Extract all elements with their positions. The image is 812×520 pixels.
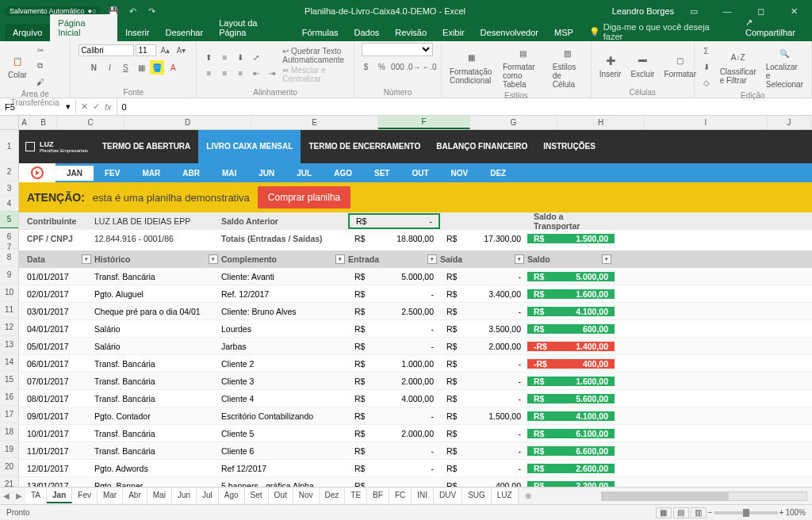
comma-icon[interactable]: 000 xyxy=(390,59,404,74)
col-header-H[interactable]: H xyxy=(557,116,645,129)
sheet-tab-jul[interactable]: Jul xyxy=(197,488,219,503)
row-header-5[interactable]: 5 xyxy=(0,211,18,228)
italic-icon[interactable]: I xyxy=(102,60,117,75)
selected-cell-f5[interactable]: R$- xyxy=(348,213,440,229)
sheet-tab-mar[interactable]: Mar xyxy=(98,488,123,503)
sheet-tab-luz[interactable]: LUZ xyxy=(492,488,519,503)
table-row[interactable]: 13/01/2017Pgto. Banner5 banners - gráfic… xyxy=(19,477,812,487)
month-dez[interactable]: DEZ xyxy=(479,169,517,178)
tab-home[interactable]: Página Inicial xyxy=(50,14,117,41)
tab-view[interactable]: Exibir xyxy=(435,24,473,41)
sheet-content[interactable]: LUZPlanilhas Empresariais TERMO DE ABERT… xyxy=(19,130,812,487)
sheet-tab-out[interactable]: Out xyxy=(269,488,293,503)
sheet-tab-bf[interactable]: BF xyxy=(367,488,389,503)
table-row[interactable]: 09/01/2017Pgto. ContadorEscritório Conta… xyxy=(19,407,812,425)
table-row[interactable]: 04/01/2017SalárioLourdesR$-R$3.500,00R$6… xyxy=(19,320,812,338)
cond-format-button[interactable]: ▦Formatação Condicional xyxy=(446,48,496,86)
month-set[interactable]: SET xyxy=(363,169,400,178)
find-select-button[interactable]: 🔍Localizar e Selecionar xyxy=(763,43,806,90)
filter-icon[interactable]: ▾ xyxy=(82,254,91,264)
col-header-D[interactable]: D xyxy=(124,116,251,129)
filter-icon[interactable]: ▾ xyxy=(515,254,524,264)
zoom-level[interactable]: 100% xyxy=(785,508,806,517)
row-header-10[interactable]: 10 xyxy=(0,284,18,301)
increase-indent-icon[interactable]: ⇥ xyxy=(265,66,279,80)
tab-layout[interactable]: Layout da Página xyxy=(211,14,294,41)
minimize-icon[interactable]: — xyxy=(714,3,741,19)
paste-button[interactable]: 📋 Colar xyxy=(5,51,30,81)
month-fev[interactable]: FEV xyxy=(94,169,131,178)
filter-icon[interactable]: ▾ xyxy=(335,254,345,264)
page-layout-view-icon[interactable]: ▤ xyxy=(673,507,689,518)
row-header-16[interactable]: 16 xyxy=(0,388,18,406)
table-row[interactable]: 01/01/2017Transf. BancáriaCliente: Avant… xyxy=(19,268,812,285)
tab-review[interactable]: Revisão xyxy=(387,24,435,41)
insert-cells-button[interactable]: ➕Inserir xyxy=(596,50,625,80)
sheet-tab-sug[interactable]: SUG xyxy=(462,488,492,503)
month-nov[interactable]: NOV xyxy=(440,169,480,178)
align-middle-icon[interactable]: ≡ xyxy=(217,50,232,64)
month-jun[interactable]: JUN xyxy=(247,169,285,178)
table-row[interactable]: 02/01/2017Pgto. AluguelRef. 12/2017R$-R$… xyxy=(19,285,812,303)
sheet-tab-dez[interactable]: Dez xyxy=(320,488,346,503)
cancel-fx-icon[interactable]: ✕ xyxy=(81,101,88,112)
tab-data[interactable]: Dados xyxy=(347,24,388,41)
table-row[interactable]: 10/01/2017Transf. BancáriaCliente 5R$2.0… xyxy=(19,425,812,442)
align-bottom-icon[interactable]: ⬇ xyxy=(233,50,247,64)
underline-icon[interactable]: S xyxy=(118,60,132,75)
align-left-icon[interactable]: ≡ xyxy=(201,66,216,80)
page-break-view-icon[interactable]: ▥ xyxy=(691,507,707,518)
sheet-nav-prev-icon[interactable]: ◀ xyxy=(0,491,13,500)
zoom-slider[interactable] xyxy=(714,511,778,514)
col-header-E[interactable]: E xyxy=(251,116,378,129)
name-box[interactable]: F5▾ xyxy=(0,100,76,113)
font-name-input[interactable] xyxy=(79,44,134,56)
row-header-1[interactable]: 1 xyxy=(0,130,18,163)
currency-icon[interactable]: $ xyxy=(358,59,373,74)
row-header-3[interactable]: 3 xyxy=(0,181,18,196)
row-header-13[interactable]: 13 xyxy=(0,336,18,354)
formula-input[interactable]: 0 xyxy=(117,101,812,113)
sheet-tab-set[interactable]: Set xyxy=(245,488,269,503)
sheet-tab-nov[interactable]: Nov xyxy=(293,488,320,503)
font-color-icon[interactable]: A xyxy=(166,60,180,75)
tab-insert[interactable]: Inserir xyxy=(117,24,158,41)
fx-icon[interactable]: fx xyxy=(105,102,112,112)
undo-icon[interactable]: ↶ xyxy=(126,5,139,17)
table-row[interactable]: 08/01/2017Transf. BancáriaCliente 4R$4.0… xyxy=(19,390,812,407)
tab-draw[interactable]: Desenhar xyxy=(157,24,211,41)
align-center-icon[interactable]: ≡ xyxy=(217,66,232,80)
fill-icon[interactable]: ⬇ xyxy=(699,59,714,74)
col-header-B[interactable]: B xyxy=(30,116,57,129)
percent-icon[interactable]: % xyxy=(374,59,389,74)
nav-abertura[interactable]: TERMO DE ABERTURA xyxy=(94,130,198,163)
row-header-19[interactable]: 19 xyxy=(0,441,18,458)
bold-icon[interactable]: N xyxy=(86,60,101,75)
merge-center-button[interactable]: ⬌ Mesclar e Centralizar xyxy=(282,66,349,83)
tellme-search[interactable]: 💡 Diga-me o que você deseja fazer xyxy=(581,22,737,41)
enter-fx-icon[interactable]: ✓ xyxy=(93,101,100,112)
col-header-F[interactable]: F xyxy=(378,116,470,129)
nav-instrucoes[interactable]: INSTRUÇÕES xyxy=(535,130,603,163)
filter-icon[interactable]: ▾ xyxy=(427,254,437,264)
row-header-20[interactable]: 20 xyxy=(0,458,18,476)
border-icon[interactable]: ▦ xyxy=(134,60,148,75)
month-jan[interactable]: JAN xyxy=(56,166,94,181)
table-row[interactable]: 03/01/2017Cheque pré para o dia 04/01Cli… xyxy=(19,303,812,320)
buy-button[interactable]: Comprar planilha xyxy=(258,186,350,208)
row-header-21[interactable]: 21 xyxy=(0,476,18,493)
table-row[interactable]: 06/01/2017Transf. BancáriaCliente 2R$1.0… xyxy=(19,355,812,373)
redo-icon[interactable]: ↷ xyxy=(145,5,158,17)
row-header-8[interactable]: 8 xyxy=(0,249,18,266)
number-format-select[interactable] xyxy=(362,43,433,56)
month-ago[interactable]: AGO xyxy=(323,169,363,178)
sheet-tab-ini[interactable]: INI xyxy=(412,488,434,503)
tab-formulas[interactable]: Fórmulas xyxy=(294,24,347,41)
sheet-tab-jun[interactable]: Jun xyxy=(172,488,197,503)
col-header-I[interactable]: I xyxy=(645,116,768,129)
sheet-tab-fev[interactable]: Fev xyxy=(72,488,98,503)
row-header-9[interactable]: 9 xyxy=(0,266,18,284)
format-painter-icon[interactable]: 🖌 xyxy=(33,75,48,89)
filter-icon[interactable]: ▾ xyxy=(209,254,218,264)
zoom-in-icon[interactable]: + xyxy=(779,508,784,517)
